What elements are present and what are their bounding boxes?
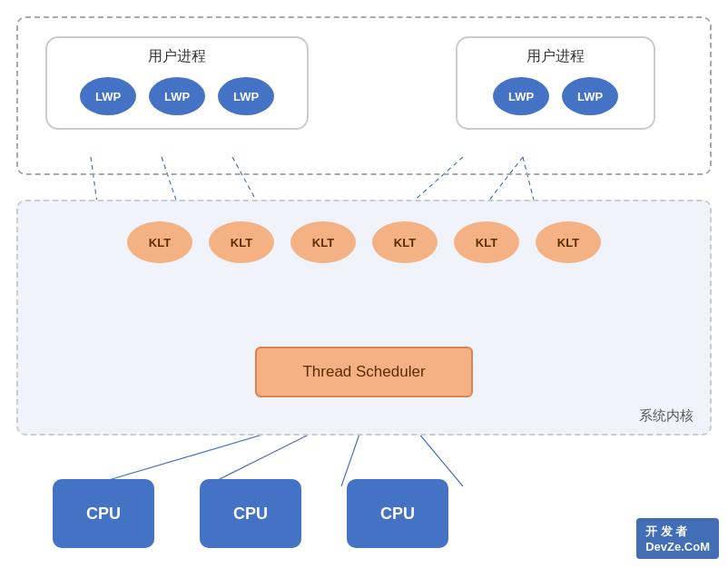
watermark: 开 发 者 DevZe.CoM [636,518,719,559]
lwp-2-2: LWP [562,77,618,115]
lwp-1-1: LWP [80,77,136,115]
cpu-2: CPU [200,479,301,548]
lwp-2-1: LWP [493,77,549,115]
klt-1: KLT [127,221,192,263]
process-2-label: 用户进程 [474,47,637,66]
lwp-row-2: LWP LWP [474,77,637,115]
cpu-3: CPU [347,479,448,548]
cpu-1: CPU [53,479,154,548]
kernel-label: 系统内核 [639,407,694,425]
klt-2: KLT [209,221,274,263]
klt-3: KLT [290,221,356,263]
user-process-2: 用户进程 LWP LWP [456,36,655,130]
klt-row: KLT KLT KLT KLT KLT KLT [18,221,710,263]
lwp-1-3: LWP [218,77,274,115]
klt-5: KLT [454,221,519,263]
klt-4: KLT [372,221,438,263]
klt-6: KLT [536,221,601,263]
scheduler-label: Thread Scheduler [302,363,425,381]
thread-scheduler: Thread Scheduler [255,347,473,397]
user-space: 用户进程 LWP LWP LWP 用户进程 LWP LWP [16,16,712,175]
user-process-1: 用户进程 LWP LWP LWP [45,36,309,130]
lwp-row-1: LWP LWP LWP [64,77,290,115]
cpu-row: CPU CPU CPU [16,479,712,548]
kernel-space: KLT KLT KLT KLT KLT KLT Thread Scheduler… [16,200,712,436]
lwp-1-2: LWP [149,77,205,115]
process-1-label: 用户进程 [64,47,290,66]
diagram: 用户进程 LWP LWP LWP 用户进程 LWP LWP KLT KLT KL… [0,0,728,568]
